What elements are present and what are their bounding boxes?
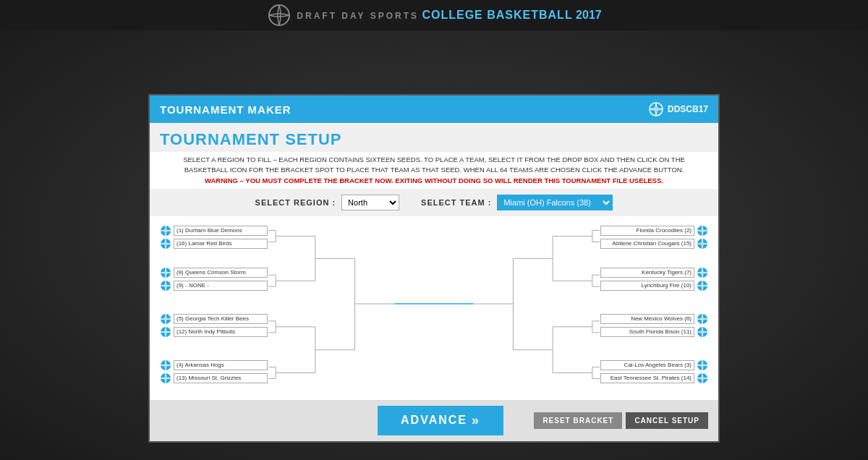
right-team-3-entry: Cal-Los Angeles Bears (3) (600, 359, 708, 371)
left-team-1-box: (1) Durham Blue Demons (174, 226, 268, 236)
right-team-3-box: Cal-Los Angeles Bears (3) (600, 360, 694, 370)
left-team-4-entry: (4) Arkansas Hogs (160, 359, 268, 371)
svg-point-11 (697, 239, 707, 249)
right-team-14-entry: East Tennessee St. Pirates (14) (600, 372, 708, 384)
select-row: SELECT REGION : North South East West SE… (150, 189, 718, 216)
bb-icon-r11[interactable] (697, 326, 708, 338)
left-team-9-box: (9) - NONE - (174, 281, 268, 291)
svg-point-16 (697, 360, 707, 370)
modal-body: TOURNAMENT SETUP SELECT A REGION TO FILL… (150, 123, 718, 400)
reset-bracket-button[interactable]: RESET BRACKET (534, 412, 622, 429)
bb-icon-8[interactable] (160, 267, 171, 278)
left-team-8-entry: (8) Queens Crimson Storm (160, 267, 268, 278)
left-team-9-entry: (9) - NONE - (160, 280, 268, 291)
footer-center: ADVANCE » (347, 406, 535, 435)
left-team-16-entry: (16) Lamar Red Birds (160, 238, 268, 250)
region-select-group: SELECT REGION : North South East West (255, 195, 400, 210)
bb-icon-r3[interactable] (697, 359, 708, 371)
tournament-modal: TOURNAMENT MAKER DDSCB17 TOURNAMENT SETU… (148, 94, 720, 443)
bb-icon-r2[interactable] (697, 225, 708, 237)
svg-point-4 (161, 268, 171, 278)
bb-icon-r14[interactable] (697, 372, 708, 384)
bb-icon-1[interactable] (160, 225, 171, 237)
left-team-12-box: (12) North Indy Pitbulls (174, 327, 268, 337)
region-label: SELECT REGION : (255, 198, 336, 207)
left-team-16-box: (16) Lamar Red Birds (174, 239, 268, 249)
left-team-8-box: (8) Queens Crimson Storm (174, 268, 268, 278)
right-team-14-box: East Tennessee St. Pirates (14) (600, 373, 694, 383)
right-group-4: Cal-Los Angeles Bears (3) East Tennessee… (600, 359, 708, 386)
right-team-6-box: New Mexico Wolves (6) (600, 314, 694, 324)
svg-point-2 (161, 226, 171, 236)
left-group-2: (8) Queens Crimson Storm (9) - NONE - (160, 267, 268, 293)
svg-point-17 (697, 373, 707, 383)
bb-icon-4[interactable] (160, 359, 171, 371)
svg-point-5 (161, 281, 171, 291)
left-team-5-entry: (5) Georgia Tech Killer Bees (160, 313, 268, 325)
basketball-logo-icon (266, 2, 292, 28)
advance-label: ADVANCE (401, 414, 467, 427)
right-group-3: New Mexico Wolves (6) South Florida Biso… (600, 313, 708, 339)
svg-point-15 (697, 327, 707, 337)
top-bar: DRAFT DAY SPORTS COLLEGE BASKETBALL 2017 (0, 0, 868, 30)
left-team-13-box: (13) Missouri St. Grizzles (174, 373, 268, 383)
right-team-11-entry: South Florida Bison (11) (600, 326, 708, 338)
modal-logo-text: DDSCB17 (668, 104, 708, 114)
bb-icon-5[interactable] (160, 313, 171, 325)
instructions: SELECT A REGION TO FILL – EACH REGION CO… (150, 152, 718, 189)
svg-point-6 (161, 314, 171, 324)
right-team-10-entry: Lynchburg Fire (10) (600, 280, 708, 291)
section-title: TOURNAMENT SETUP (150, 123, 718, 152)
cancel-setup-button[interactable]: CANCEL SETUP (626, 412, 708, 429)
left-group-4: (4) Arkansas Hogs (13) Missouri St. Griz… (160, 359, 268, 386)
advance-button[interactable]: ADVANCE » (378, 406, 503, 435)
bb-icon-r6[interactable] (697, 313, 708, 325)
right-team-2-entry: Florida Crocodiles (2) (600, 225, 708, 237)
right-group-2: Kentucky Tigers (7) Lynchburg Fire (10) (600, 267, 708, 293)
modal-footer: ADVANCE » RESET BRACKET CANCEL SETUP (150, 400, 718, 441)
team-select-group: SELECT TEAM : Miami (OH) Falcons (38) (421, 195, 613, 210)
bracket-area: (1) Durham Blue Demons (16) Lamar Red Bi… (150, 216, 718, 400)
modal-logo: DDSCB17 (648, 101, 708, 117)
team-label: SELECT TEAM : (421, 198, 491, 207)
right-team-7-box: Kentucky Tigers (7) (600, 268, 694, 278)
left-team-5-box: (5) Georgia Tech Killer Bees (174, 314, 268, 324)
modal-header: TOURNAMENT MAKER DDSCB17 (150, 95, 718, 123)
bb-icon-r15[interactable] (697, 238, 708, 250)
left-group-1: (1) Durham Blue Demons (16) Lamar Red Bi… (160, 225, 268, 251)
right-team-7-entry: Kentucky Tigers (7) (600, 267, 708, 278)
svg-point-9 (161, 373, 171, 383)
right-team-6-entry: New Mexico Wolves (6) (600, 313, 708, 325)
right-group-1: Florida Crocodiles (2) Abilene Christian… (600, 225, 708, 251)
svg-point-14 (697, 314, 707, 324)
advance-chevrons-icon: » (472, 413, 480, 428)
brand-text: DRAFT DAY SPORTS COLLEGE BASKETBALL 2017 (297, 9, 601, 22)
left-team-12-entry: (12) North Indy Pitbulls (160, 326, 268, 338)
logo-area: DRAFT DAY SPORTS COLLEGE BASKETBALL 2017 (266, 2, 601, 28)
bb-icon-16[interactable] (160, 238, 171, 250)
svg-point-0 (269, 5, 289, 25)
left-team-1-entry: (1) Durham Blue Demons (160, 225, 268, 237)
right-team-15-entry: Abilene Christian Cougars (15) (600, 238, 708, 250)
bb-icon-r10[interactable] (697, 280, 708, 291)
left-group-3: (5) Georgia Tech Killer Bees (12) North … (160, 313, 268, 339)
bb-icon-12[interactable] (160, 326, 171, 338)
bb-icon-r7[interactable] (697, 267, 708, 278)
team-select[interactable]: Miami (OH) Falcons (38) (497, 195, 613, 210)
warning-text: WARNING – YOU MUST COMPLETE THE BRACKET … (205, 176, 663, 184)
region-select[interactable]: North South East West (341, 195, 399, 210)
right-team-2-box: Florida Crocodiles (2) (600, 226, 694, 236)
svg-point-13 (697, 281, 707, 291)
svg-point-3 (161, 239, 171, 249)
left-team-13-entry: (13) Missouri St. Grizzles (160, 372, 268, 384)
right-team-10-box: Lynchburg Fire (10) (600, 281, 694, 291)
right-team-11-box: South Florida Bison (11) (600, 327, 694, 337)
modal-header-title: TOURNAMENT MAKER (160, 103, 292, 116)
bb-icon-9[interactable] (160, 280, 171, 291)
bb-icon-13[interactable] (160, 372, 171, 384)
svg-point-1 (650, 103, 663, 116)
left-team-4-box: (4) Arkansas Hogs (174, 360, 268, 370)
svg-point-8 (161, 360, 171, 370)
svg-point-10 (697, 226, 707, 236)
svg-point-12 (697, 268, 707, 278)
